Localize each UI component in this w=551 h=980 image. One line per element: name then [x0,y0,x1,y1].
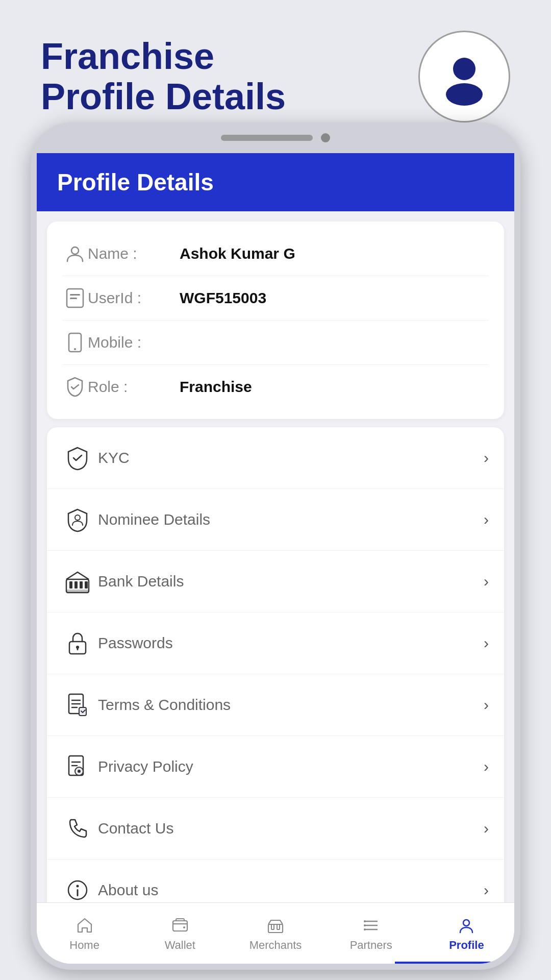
phone-icon [62,813,93,844]
svg-point-2 [71,247,79,254]
person-icon [62,241,88,266]
notch-dot [321,133,330,142]
id-icon [62,285,88,311]
avatar [418,31,510,122]
partners-nav-label: Partners [350,939,392,952]
profile-card: Name : Ashok Kumar G UserId : WGF515003 [47,222,504,419]
svg-rect-10 [69,581,72,589]
about-label: About us [98,881,484,899]
role-value: Franchise [180,378,252,396]
svg-rect-27 [268,924,283,933]
menu-item-terms[interactable]: Terms & Conditions › [47,674,504,736]
menu-item-privacy[interactable]: Privacy Policy › [47,736,504,798]
svg-point-7 [74,348,76,350]
profile-role-row: Role : Franchise [62,365,489,409]
svg-rect-24 [77,889,79,896]
menu-item-contact[interactable]: Contact Us › [47,798,504,860]
kyc-arrow: › [484,449,489,467]
profile-nav-icon [456,915,477,936]
svg-rect-13 [85,581,88,589]
mobile-icon [62,330,88,355]
svg-point-23 [77,885,79,888]
name-label: Name : [88,245,180,262]
merchants-nav-icon [265,915,286,936]
nav-item-merchants[interactable]: Merchants [228,903,323,964]
svg-rect-14 [66,590,89,593]
privacy-icon [62,751,93,782]
kyc-label: KYC [98,449,484,467]
bank-label: Bank Details [98,573,484,590]
partners-nav-icon [361,915,381,936]
menu-card: KYC › Nominee Details › [47,427,504,902]
bank-arrow: › [484,573,489,590]
passwords-label: Passwords [98,634,484,652]
nominee-arrow: › [484,511,489,528]
svg-rect-29 [277,924,280,929]
home-nav-icon [74,915,95,936]
svg-rect-28 [271,924,274,929]
svg-point-8 [75,515,80,520]
svg-point-0 [453,58,475,80]
screen-content: Name : Ashok Kumar G UserId : WGF515003 [37,211,514,902]
page-title: Franchise Profile Details [41,36,286,117]
menu-item-nominee[interactable]: Nominee Details › [47,489,504,551]
wallet-nav-icon [170,915,190,936]
menu-item-passwords[interactable]: Passwords › [47,612,504,674]
nav-item-home[interactable]: Home [37,903,132,964]
screen-header: Profile Details [37,153,514,211]
notch-pill [221,135,313,141]
svg-rect-17 [77,647,79,650]
privacy-arrow: › [484,758,489,775]
passwords-arrow: › [484,634,489,652]
privacy-label: Privacy Policy [98,758,484,775]
menu-item-bank[interactable]: Bank Details › [47,551,504,612]
role-label: Role : [88,378,180,396]
svg-rect-25 [173,921,187,931]
svg-point-26 [183,926,185,928]
nominee-icon [62,504,93,535]
phone-screen: Profile Details Name : Ashok Kumar G [37,153,514,964]
menu-item-kyc[interactable]: KYC › [47,427,504,489]
svg-point-36 [463,920,469,926]
merchants-nav-label: Merchants [249,939,302,952]
svg-rect-19 [79,707,86,716]
nominee-label: Nominee Details [98,511,484,528]
phone-frame: Profile Details Name : Ashok Kumar G [31,122,520,970]
svg-point-33 [364,920,366,922]
profile-userid-row: UserId : WGF515003 [62,276,489,321]
about-arrow: › [484,881,489,899]
profile-mobile-row: Mobile : [62,321,489,365]
svg-point-34 [364,924,366,926]
page-header: Franchise Profile Details [41,31,510,122]
terms-icon [62,690,93,720]
phone-notch-area [31,122,520,153]
screen-header-title: Profile Details [57,168,494,196]
name-value: Ashok Kumar G [180,245,295,262]
role-icon [62,374,88,400]
mobile-label: Mobile : [88,334,180,351]
terms-label: Terms & Conditions [98,696,484,714]
profile-name-row: Name : Ashok Kumar G [62,232,489,276]
nav-item-wallet[interactable]: Wallet [132,903,228,964]
kyc-icon [62,443,93,473]
lock-icon [62,628,93,658]
nav-item-profile[interactable]: Profile [419,903,514,964]
svg-rect-11 [74,581,78,589]
svg-point-1 [446,83,483,106]
profile-nav-label: Profile [449,939,484,952]
wallet-nav-label: Wallet [165,939,195,952]
bottom-nav: Home Wallet [37,902,514,964]
nav-item-partners[interactable]: Partners [323,903,419,964]
about-icon [62,875,93,902]
userid-label: UserId : [88,289,180,307]
svg-rect-4 [70,294,80,296]
svg-rect-5 [70,298,77,299]
svg-point-35 [364,928,366,930]
home-nav-label: Home [69,939,99,952]
contact-arrow: › [484,820,489,837]
active-nav-indicator [395,962,514,964]
menu-item-about[interactable]: About us › [47,860,504,902]
svg-rect-12 [80,581,83,589]
terms-arrow: › [484,696,489,714]
bank-icon [62,566,93,597]
